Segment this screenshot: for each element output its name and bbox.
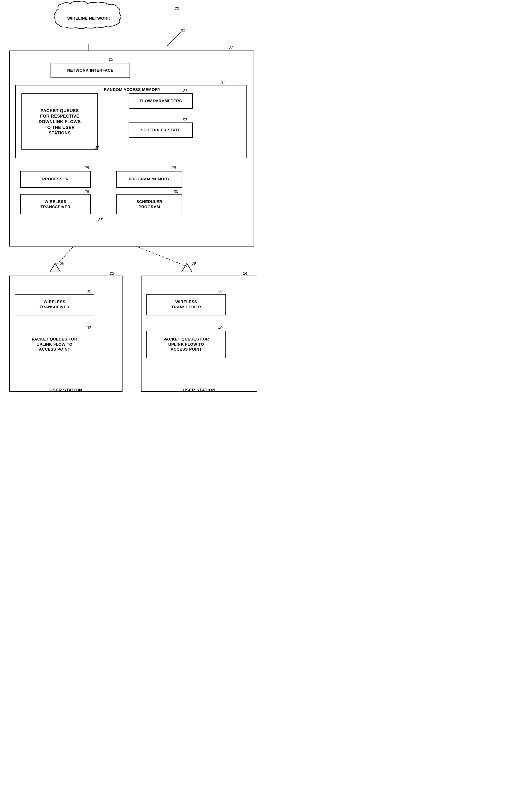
ref-24: 24 (243, 271, 247, 276)
ref-27: 27 (98, 218, 102, 222)
cloud-shape (54, 1, 121, 29)
ref-22: 22 (229, 45, 234, 50)
user-station-right-label: USER STATION (141, 388, 257, 393)
svg-marker-14 (182, 263, 192, 272)
packet-queues-right-box: PACKET QUEUES FOR UPLINK FLOW TO ACCESS … (147, 331, 226, 358)
ref-20: 20 (175, 6, 179, 11)
svg-line-0 (167, 32, 181, 46)
ref-21: 21 (181, 28, 185, 33)
ref-34: 34 (183, 88, 187, 92)
ref-40: 40 (218, 326, 222, 330)
ref-30: 30 (174, 189, 178, 194)
ref-33: 33 (95, 145, 99, 150)
ref-38: 38 (218, 289, 222, 293)
wireline-network-label: WIRELINE NETWORK (57, 15, 121, 21)
ref-23: 23 (110, 271, 114, 276)
wireless-transceiver-left-box: WIRELESS TRANSCEIVER (15, 294, 95, 315)
packet-queues-left-box: PACKET QUEUES FOR UPLINK FLOW TO ACCESS … (15, 331, 95, 358)
ref-35: 35 (87, 289, 91, 293)
ref-28: 28 (85, 165, 89, 170)
network-interface-box: NETWORK INTERFACE (51, 63, 130, 78)
packet-queues-downlink-box: PACKET QUEUES FOR RESPECTIVE DOWNLINK FL… (21, 93, 98, 150)
scheduler-program-box: SCHEDULER PROGRAM (116, 194, 182, 214)
wireless-transceiver-ap-box: WIRELESS TRANSCEIVER (20, 194, 91, 214)
program-memory-box: PROGRAM MEMORY (116, 171, 182, 188)
ref-32: 32 (183, 117, 187, 122)
ref-31: 31 (221, 81, 225, 85)
processor-box: PROCESSOR (20, 171, 91, 188)
wireless-transceiver-right-box: WIRELESS TRANSCEIVER (147, 294, 226, 315)
ref-37: 37 (87, 326, 91, 330)
ref-25: 25 (109, 57, 113, 62)
diagram: WIRELINE NETWORK 20 21 22 ACCESS POINT S… (0, 0, 266, 404)
ref-26: 26 (85, 189, 89, 194)
ref-39: 39 (191, 261, 196, 265)
svg-marker-13 (50, 263, 60, 272)
ref-29: 29 (172, 165, 176, 170)
scheduler-state-box: SCHEDULER STATE (128, 122, 193, 138)
user-station-left-label: USER STATION (9, 388, 122, 393)
flow-parameters-box: FLOW PARAMETERS (128, 93, 193, 109)
ref-36: 36 (60, 261, 64, 265)
